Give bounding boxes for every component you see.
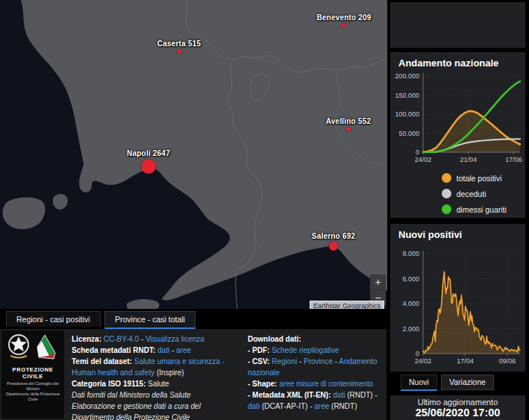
panel-placeholder [390, 2, 525, 48]
legend-label: totale positivi [457, 174, 502, 183]
tab-regioni-casi-positivi[interactable]: Regioni - casi positivi [6, 311, 101, 327]
info-line: Dati forniti dal Ministero della Salute [72, 389, 242, 401]
legend-swatch [442, 189, 451, 198]
protezione-civile-triangle-icon [37, 335, 55, 359]
legend-label: deceduti [457, 189, 486, 198]
logo-subtitle-2: Dipartimento della Protezione Civile [1, 392, 64, 402]
nuovi-variazione-tabs: NuoviVariazione [390, 373, 525, 393]
nuovi-positivi-chart: 02.0004.0006.0008.00024/0217/0409/06 [390, 243, 525, 369]
link-dati[interactable]: dati [333, 391, 345, 399]
marker-label: Napoli 2647 [127, 149, 170, 157]
last-update-value: 25/06/2020 17:00 [390, 407, 525, 419]
zoom-in-button[interactable]: + [370, 275, 386, 290]
marker-dot[interactable] [346, 127, 351, 131]
logo-subtitle-1: Presidenza del Consiglio dei Ministri [1, 381, 64, 392]
info-line: Scheda metadati RNDT: dati - aree [72, 345, 242, 356]
text-segment: - [139, 335, 145, 343]
last-update-label: Ultimo aggiornamento [390, 395, 525, 407]
map-layer-tabs: Regioni - casi positiviProvince - casi t… [0, 309, 387, 329]
info-line: - CSV: Regioni - Province - Andamento na… [248, 356, 384, 378]
y-tick-label: 0 [416, 350, 419, 357]
text-segment: Temi del dataset: [72, 357, 134, 366]
link-aree-misure-di-contenimento[interactable]: aree misure di contenimento [279, 380, 373, 388]
text-segment: Dati forniti dal Ministero della Salute [72, 391, 191, 399]
marker-label: Avellino 552 [326, 117, 371, 125]
x-tick-label: 17/06 [505, 156, 522, 163]
info-line: Temi del dataset: Salute umana e sicurez… [72, 356, 242, 378]
x-tick-label: 17/04 [457, 357, 474, 365]
text-segment: Elaborazione e gestione dati a cura del … [72, 402, 201, 420]
link-visualizza-licenza[interactable]: Visualizza licenza [145, 335, 204, 343]
map-canvas[interactable]: Benevento 209Caserta 515Avellino 552Napo… [0, 0, 387, 312]
dashboard: Benevento 209Caserta 515Avellino 552Napo… [0, 0, 529, 420]
andamento-legend: totale positividecedutidimessi guariti [390, 170, 525, 217]
last-update-panel: Ultimo aggiornamento 25/06/2020 17:00 [390, 395, 525, 420]
x-tick-label: 09/06 [499, 357, 516, 365]
logo-title: PROTEZIONE CIVILE [1, 366, 64, 380]
download-info: Download dati:- PDF: Schede riepilogativ… [248, 333, 384, 412]
link-dati[interactable]: dati [157, 346, 169, 354]
text-segment: (RNDT) - [345, 391, 377, 399]
info-line: Download dati: [248, 333, 384, 345]
y-tick-label: 200.000 [395, 72, 419, 80]
y-tick-label: 2.000 [402, 325, 419, 333]
x-tick-label: 21/04 [460, 156, 477, 163]
text-segment: (RNDT) [329, 402, 357, 410]
marker-dot[interactable] [342, 23, 346, 28]
link-schede-riepilogative[interactable]: Schede riepilogative [272, 346, 339, 354]
text-segment: Salute [148, 380, 169, 388]
info-line: - PDF: Schede riepilogative [248, 345, 384, 356]
y-tick-label: 4.000 [402, 300, 419, 307]
protezione-civile-logo: PROTEZIONE CIVILE Presidenza del Consigl… [1, 330, 64, 419]
legend-item-dimessi-guariti: dimessi guariti [442, 201, 525, 217]
text-segment: - CSV: [248, 357, 272, 366]
link-aree[interactable]: aree [314, 402, 329, 410]
tab-nuovi[interactable]: Nuovi [401, 374, 437, 391]
andamento-title: Andamento nazionale [390, 52, 525, 69]
legend-swatch [442, 204, 451, 214]
marker-label: Benevento 209 [316, 13, 371, 22]
y-tick-label: 100.000 [395, 110, 419, 118]
area-nuovi-positivi [423, 272, 520, 354]
y-tick-label: 50.000 [398, 130, 419, 137]
legend-item-deceduti: deceduti [442, 186, 525, 201]
panel-andamento-nazionale: Andamento nazionale 050.000100.000150.00… [390, 52, 525, 218]
link-cc-by-4-0[interactable]: CC-BY-4.0 [104, 335, 139, 343]
legend-label: dimessi guariti [457, 205, 507, 214]
text-segment: Licenza: [72, 335, 104, 343]
marker-label: Caserta 515 [157, 40, 201, 48]
tab-province-casi-totali[interactable]: Province - casi totali [104, 311, 195, 329]
panel-nuovi-positivi: Nuovi positivi 02.0004.0006.0008.00024/0… [390, 224, 525, 372]
info-line: Elaborazione e gestione dati a cura del … [72, 401, 242, 420]
license-info: Licenza: CC-BY-4.0 - Visualizza licenzaS… [72, 333, 242, 420]
x-tick-label: 24/02 [415, 357, 432, 365]
y-tick-label: 6.000 [402, 275, 419, 283]
link-dati[interactable]: dati [248, 402, 260, 410]
marker-dot[interactable] [177, 49, 181, 54]
link-aree[interactable]: aree [176, 346, 191, 354]
tab-variazione[interactable]: Variazione [441, 374, 494, 390]
info-panel: PROTEZIONE CIVILE Presidenza del Consigl… [0, 329, 386, 420]
text-segment: Scheda metadati RNDT: [72, 346, 157, 354]
text-segment: - [169, 346, 176, 354]
marker-dot[interactable] [141, 159, 156, 174]
text-segment: Categoria ISO 19115: [72, 380, 148, 388]
y-tick-label: 0 [416, 148, 419, 156]
logo-emblems [6, 330, 60, 362]
italy-emblem-icon [9, 335, 28, 358]
link-regioni[interactable]: Regioni [272, 357, 297, 366]
text-segment: (Inspire) [154, 369, 184, 377]
info-line: - Shape: aree misure di contenimento [248, 378, 384, 389]
andamento-chart: 050.000100.000150.000200.00024/0221/0417… [390, 70, 525, 169]
info-line: - Metadata XML (IT-EN): dati (RNDT) - da… [248, 389, 384, 412]
link-province[interactable]: Province [304, 357, 333, 366]
text-segment: - Metadata XML (IT-EN): [248, 391, 333, 399]
info-line: Categoria ISO 19115: Salute [72, 378, 242, 389]
legend-item-totale-positivi: totale positivi [442, 170, 525, 186]
text-segment: Download dati: [248, 335, 301, 343]
marker-dot[interactable] [329, 242, 338, 251]
text-segment: (DCAT-AP-IT) - [260, 402, 314, 410]
text-segment: - Shape: [248, 380, 279, 388]
info-line: Licenza: CC-BY-4.0 - Visualizza licenza [72, 333, 242, 345]
text-segment: - PDF: [248, 346, 272, 354]
